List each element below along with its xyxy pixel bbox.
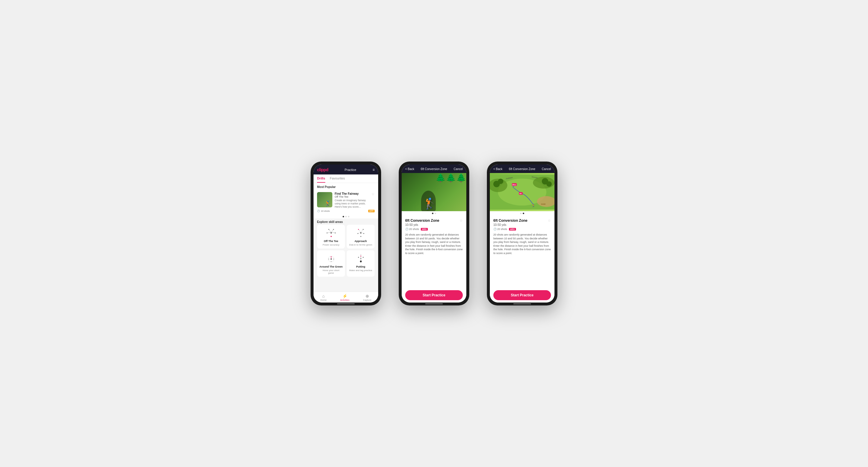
clock-icon-2: 🕐 (405, 228, 408, 231)
header-title: Practice (345, 168, 356, 171)
svg-point-16 (363, 229, 364, 230)
drill-title-2: 6ft Conversion Zone (405, 219, 439, 223)
img-dot-3a (520, 213, 522, 214)
phone3-header: < Back 6ft Conversion Zone Cancel (490, 165, 555, 173)
menu-icon[interactable]: ≡ (373, 168, 375, 172)
svg-point-30 (360, 258, 361, 259)
svg-point-19 (360, 236, 361, 237)
svg-point-24 (331, 261, 332, 262)
skill-card-putting[interactable]: Putting Make and lag practice (347, 250, 375, 277)
back-button-2[interactable]: < Back (405, 167, 414, 171)
svg-point-17 (357, 233, 358, 234)
svg-point-31 (358, 257, 359, 258)
explore-label: Explore skill areas (313, 219, 378, 225)
skill-card-approach[interactable]: Approach Dial-in to hit the green (347, 225, 375, 248)
skill-card-atg[interactable]: Around The Green Hone your short game (317, 250, 345, 277)
image-dots-3 (490, 211, 555, 215)
start-practice-button-2[interactable]: Start Practice (405, 290, 463, 300)
drill-desc-3: 20 shots are randomly generated at dista… (493, 233, 551, 255)
svg-point-6 (333, 229, 334, 230)
skill-name-ott: Off The Tee (324, 240, 338, 243)
svg-point-21 (331, 259, 332, 260)
nav-capture[interactable]: ⊕ Capture (363, 294, 371, 301)
capture-icon: ⊕ (366, 294, 369, 298)
nav-home[interactable]: ⌂ Home (320, 294, 327, 301)
image-dots-2 (402, 211, 466, 215)
capture-label: Capture (363, 299, 371, 301)
dot-3 (348, 216, 349, 218)
phone2-header: < Back 6ft Conversion Zone Cancel (402, 165, 466, 173)
drill-meta-3: 🕐 20 shots ARG (493, 228, 551, 231)
ott-icon (325, 227, 338, 239)
phone1-content: Most Popular Find The Fairway Off The Te… (313, 183, 378, 292)
svg-point-15 (358, 229, 359, 230)
svg-point-8 (335, 233, 336, 234)
drill-shots-2: 🕐 20 shots (405, 228, 419, 231)
card-subtitle: Off The Tee (335, 195, 369, 198)
svg-line-2 (331, 229, 334, 232)
img-dot-2 (435, 213, 436, 214)
home-indicator-3 (513, 303, 531, 304)
start-practice-button-3[interactable]: Start Practice (493, 290, 551, 300)
phone3-content: SAND 🏌️ Miss (490, 173, 555, 302)
card-star[interactable]: ☆ (371, 192, 375, 196)
card-description: Create an imaginary fairway using trees … (335, 199, 369, 208)
phone-2-screen: < Back 6ft Conversion Zone Cancel 🌲🌲🌲 🏌️ (402, 165, 466, 302)
tab-favourites[interactable]: Favourites (330, 174, 345, 183)
skill-name-atg: Around The Green (319, 265, 343, 268)
svg-point-42 (547, 181, 552, 187)
approach-icon (354, 227, 367, 239)
skills-grid: Off The Tee Power accuracy (313, 225, 378, 278)
svg-point-32 (363, 257, 364, 258)
nav-activities[interactable]: ⚡ Activities (340, 294, 350, 301)
home-icon: ⌂ (322, 294, 325, 298)
detail-body-3: 6ft Conversion Zone ☆ 10-50 yds 🕐 20 sho… (490, 215, 555, 288)
cancel-button-3[interactable]: Cancel (542, 167, 551, 171)
drill-desc-2: 20 shots are randomly generated at dista… (405, 233, 463, 255)
img-dot-1 (432, 213, 433, 214)
hero-image-3: SAND 🏌️ Miss (490, 173, 555, 211)
tab-drills[interactable]: Drills (317, 174, 325, 183)
detail-body-2: 6ft Conversion Zone ☆ 10-50 yds 🕐 20 sho… (402, 215, 466, 288)
svg-text:Miss: Miss (513, 184, 516, 186)
home-indicator-2 (425, 303, 443, 304)
svg-text:SAND: SAND (541, 203, 546, 205)
drill-yds-3: 10-50 yds (493, 223, 551, 227)
drill-yds-2: 10-50 yds (405, 223, 463, 227)
skill-desc-atg: Hone your short game (319, 269, 343, 274)
activities-icon: ⚡ (342, 294, 347, 298)
back-button-3[interactable]: < Back (493, 167, 502, 171)
svg-point-7 (327, 233, 327, 234)
svg-point-23 (333, 259, 334, 260)
drill-star-2[interactable]: ☆ (460, 219, 463, 223)
svg-point-18 (363, 233, 364, 234)
most-popular-label: Most Popular (313, 183, 378, 190)
title-row-3: 6ft Conversion Zone ☆ (493, 219, 551, 223)
phone1-header: clippd Practice ≡ (313, 165, 378, 174)
svg-point-28 (360, 261, 362, 262)
drill-title-3: 6ft Conversion Zone (493, 219, 527, 223)
drill-star-3[interactable]: ☆ (548, 219, 551, 223)
skill-desc-ott: Power accuracy (322, 243, 339, 246)
card-title: Find The Fairway (335, 192, 369, 195)
golfer-decoration: 🏌️ (423, 197, 436, 210)
activities-label: Activities (340, 299, 350, 301)
clippd-logo: clippd (317, 167, 328, 172)
phone2-content: 🌲🌲🌲 🏌️ 6ft Conversion Zone ☆ 10-50 yds (402, 173, 466, 302)
phone3-header-title: 6ft Conversion Zone (509, 167, 535, 171)
featured-card[interactable]: Find The Fairway Off The Tee Create an i… (313, 190, 378, 215)
clock-icon-3: 🕐 (493, 228, 497, 231)
svg-point-9 (331, 236, 332, 237)
skill-name-putting: Putting (356, 265, 365, 268)
drill-badge-3: ARG (509, 228, 516, 231)
cancel-button-2[interactable]: Cancel (454, 167, 463, 171)
svg-text:Hit: Hit (520, 193, 522, 194)
tabs-bar: Drills Favourites (313, 174, 378, 183)
phone-1: clippd Practice ≡ Drills Favourites Most… (311, 162, 381, 305)
trees-decoration: 🌲🌲🌲 (435, 173, 466, 183)
putting-icon (354, 253, 367, 264)
card-inner: Find The Fairway Off The Tee Create an i… (317, 192, 375, 208)
svg-point-25 (328, 259, 329, 260)
skill-card-ott[interactable]: Off The Tee Power accuracy (317, 225, 345, 248)
clock-icon: 🕐 (317, 210, 320, 212)
